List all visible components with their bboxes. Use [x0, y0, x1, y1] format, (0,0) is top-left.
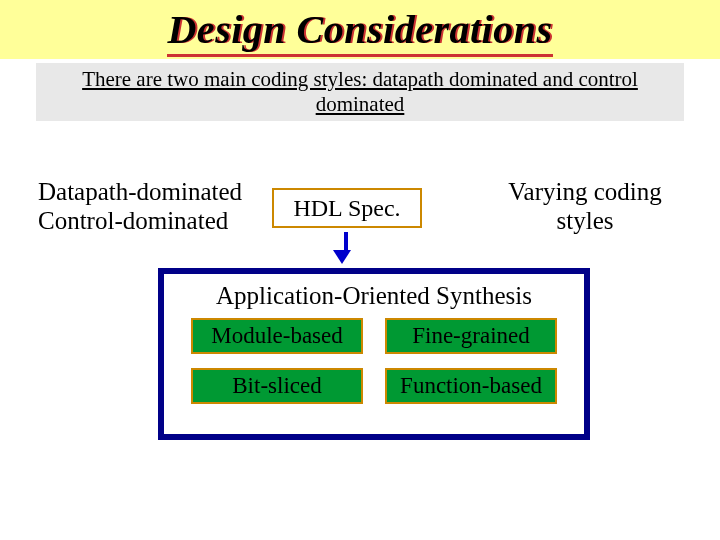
varying-line1: Varying coding [480, 178, 690, 207]
list-item-datapath: Datapath-dominated [38, 178, 242, 207]
box-fine-grained: Fine-grained [385, 318, 557, 354]
title-bar: Design Considerations [0, 0, 720, 59]
synthesis-heading: Application-Oriented Synthesis [164, 282, 584, 310]
synthesis-row-1: Module-based Fine-grained [164, 318, 584, 354]
box-bit-sliced: Bit-sliced [191, 368, 363, 404]
synthesis-panel: Application-Oriented Synthesis Module-ba… [158, 268, 590, 440]
list-item-control: Control-dominated [38, 207, 242, 236]
slide-title: Design Considerations [167, 6, 552, 57]
subtitle-bar: There are two main coding styles: datapa… [36, 63, 684, 121]
hdl-spec-box: HDL Spec. [272, 188, 422, 228]
down-arrow-icon [340, 232, 351, 264]
synthesis-row-2: Bit-sliced Function-based [164, 368, 584, 404]
domination-list: Datapath-dominated Control-dominated [38, 178, 242, 236]
subtitle-text: There are two main coding styles: datapa… [82, 67, 638, 116]
varying-styles-text: Varying coding styles [480, 178, 690, 236]
box-function-based: Function-based [385, 368, 557, 404]
varying-line2: styles [480, 207, 690, 236]
box-module-based: Module-based [191, 318, 363, 354]
mid-row: Datapath-dominated Control-dominated HDL… [0, 178, 720, 258]
